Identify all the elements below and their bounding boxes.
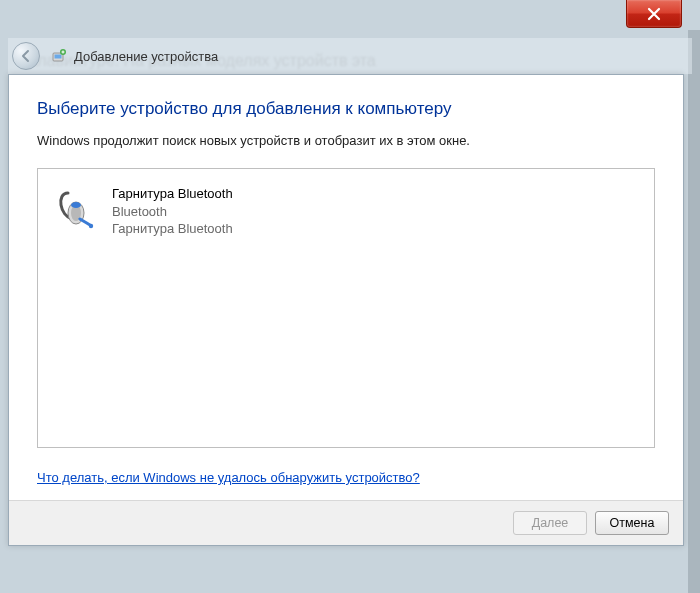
dialog-subtext: Windows продолжит поиск новых устройств … bbox=[37, 133, 655, 148]
nav-title: Добавление устройства bbox=[74, 49, 218, 64]
bluetooth-headset-icon bbox=[54, 185, 98, 229]
svg-point-5 bbox=[89, 224, 93, 228]
button-bar: Далее Отмена bbox=[9, 500, 683, 545]
device-list: Гарнитура Bluetooth Bluetooth Гарнитура … bbox=[37, 168, 655, 448]
back-button[interactable] bbox=[12, 42, 40, 70]
svg-point-6 bbox=[71, 202, 81, 208]
device-desc: Гарнитура Bluetooth bbox=[112, 220, 233, 238]
device-name: Гарнитура Bluetooth bbox=[112, 185, 233, 203]
cancel-button[interactable]: Отмена bbox=[595, 511, 669, 535]
device-type: Bluetooth bbox=[112, 203, 233, 221]
background-scrollbar bbox=[688, 30, 700, 593]
add-device-dialog: Выберите устройство для добавления к ком… bbox=[8, 74, 684, 546]
help-link[interactable]: Что делать, если Windows не удалось обна… bbox=[37, 470, 420, 485]
window-close-button[interactable] bbox=[626, 0, 682, 28]
close-icon bbox=[647, 7, 661, 21]
dialog-heading: Выберите устройство для добавления к ком… bbox=[37, 99, 655, 119]
next-button[interactable]: Далее bbox=[513, 511, 587, 535]
add-device-icon bbox=[50, 47, 68, 65]
nav-bar: Добавление устройства bbox=[8, 38, 692, 74]
svg-rect-1 bbox=[55, 55, 62, 59]
device-item[interactable]: Гарнитура Bluetooth Bluetooth Гарнитура … bbox=[50, 181, 340, 242]
back-arrow-icon bbox=[19, 49, 33, 63]
